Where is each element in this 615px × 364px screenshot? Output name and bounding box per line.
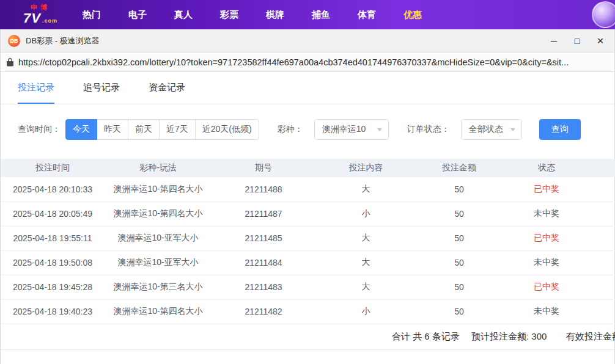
cell-bet-time: 2025-04-18 19:55:11 — [1, 226, 105, 250]
cell-bet-time: 2025-04-18 19:45:28 — [1, 275, 105, 299]
filter-bar: 查询时间： 今天 昨天 前天 近7天 近20天(低频) 彩种： 澳洲幸运10 订… — [18, 119, 614, 140]
col-issue: 期号 — [212, 159, 315, 177]
table-row: 2025-04-18 19:55:11 澳洲幸运10-亚军大小 21211485… — [1, 226, 615, 250]
titlebar-left: DB DB彩票 - 极速浏览器 — [8, 35, 100, 47]
user-avatar[interactable] — [592, 1, 615, 28]
screen: 申博 7V.com 热门 电子 真人 彩票 棋牌 捕鱼 体育 优惠 DB DB彩… — [0, 0, 615, 364]
cell-game: 澳洲幸运10-第四名大小 — [105, 299, 212, 324]
table-row: 2025-04-18 19:45:28 澳洲幸运10-第三名大小 2121148… — [1, 275, 615, 299]
cell-content: 大 — [315, 250, 416, 275]
db-app-icon: DB — [8, 35, 20, 47]
cell-game: 澳洲幸运10-亚军大小 — [105, 250, 212, 275]
cell-game: 澳洲幸运10-第四名大小 — [105, 177, 212, 202]
filter-today[interactable]: 今天 — [65, 119, 97, 140]
site-logo[interactable]: 申博 7V.com — [23, 4, 57, 25]
filter-yesterday[interactable]: 昨天 — [97, 119, 128, 140]
time-filter-group: 今天 昨天 前天 近7天 近20天(低频) — [65, 119, 259, 140]
query-button[interactable]: 查询 — [539, 119, 581, 140]
col-game: 彩种-玩法 — [105, 159, 212, 177]
browser-titlebar: DB DB彩票 - 极速浏览器 ─ □ × — [1, 29, 614, 53]
cell-bet-time: 2025-04-18 20:05:49 — [1, 202, 105, 226]
window-title: DB彩票 - 极速浏览器 — [26, 35, 100, 46]
order-status-label: 订单状态： — [407, 124, 450, 135]
cell-status: 未中奖 — [502, 299, 615, 324]
cell-bet-time: 2025-04-18 20:10:33 — [1, 177, 105, 202]
table-row: 2025-04-18 20:10:33 澳洲幸运10-第四名大小 2121148… — [1, 177, 615, 202]
lottery-select-label: 彩种： — [278, 124, 303, 135]
nav-item-hot[interactable]: 热门 — [78, 9, 105, 21]
lock-icon[interactable] — [7, 58, 13, 67]
cell-bet-time: 2025-04-18 19:40:23 — [1, 299, 105, 324]
tab-fund-records[interactable]: 资金记录 — [149, 72, 185, 104]
order-status-value: 全部状态 — [469, 124, 503, 135]
window-controls: ─ □ × — [542, 32, 612, 50]
filter-last20days[interactable]: 近20天(低频) — [195, 119, 259, 140]
cell-issue: 21211482 — [212, 299, 315, 324]
table-header-row: 投注时间 彩种-玩法 期号 投注内容 投注金额 状态 — [1, 159, 615, 177]
browser-window: DB DB彩票 - 极速浏览器 ─ □ × https://ctop02pcal… — [0, 29, 615, 364]
nav-item-fishing[interactable]: 捕鱼 — [308, 9, 334, 21]
minimize-button[interactable]: ─ — [542, 32, 565, 50]
chevron-down-icon — [377, 128, 382, 131]
col-bet-time: 投注时间 — [1, 159, 105, 177]
maximize-button[interactable]: □ — [565, 32, 589, 50]
tab-chase-records[interactable]: 追号记录 — [83, 72, 120, 104]
site-nav-menu: 热门 电子 真人 彩票 棋牌 捕鱼 体育 优惠 — [78, 9, 426, 21]
cell-amount: 50 — [416, 299, 502, 324]
record-tabs: 投注记录 追号记录 资金记录 — [1, 72, 614, 104]
order-status-select[interactable]: 全部状态 — [461, 119, 522, 140]
nav-item-cards[interactable]: 棋牌 — [262, 9, 289, 21]
lottery-select-value: 澳洲幸运10 — [322, 124, 366, 135]
logo-main-text: 7V.com — [23, 12, 57, 25]
tab-bet-records[interactable]: 投注记录 — [18, 72, 54, 104]
filter-day-before[interactable]: 前天 — [128, 119, 160, 140]
cell-game: 澳洲幸运10-亚军大小 — [105, 226, 212, 250]
url-text[interactable]: https://ctop02pcali.2kbxi392.com/lottery… — [18, 57, 569, 67]
cell-issue: 21211487 — [212, 202, 315, 226]
cell-game: 澳洲幸运10-第四名大小 — [105, 202, 212, 226]
table-row: 2025-04-18 19:50:08 澳洲幸运10-亚军大小 21211484… — [1, 250, 615, 275]
summary-valid-amount: 有效投注金额: 2 — [566, 331, 615, 343]
summary-expected-amount: 预计投注金额: 300 — [471, 331, 547, 343]
address-bar[interactable]: https://ctop02pcali.2kbxi392.com/lottery… — [1, 53, 614, 72]
col-content: 投注内容 — [315, 159, 416, 177]
cell-issue: 21211483 — [212, 275, 315, 299]
nav-item-sports[interactable]: 体育 — [353, 9, 380, 21]
cell-content: 小 — [315, 299, 416, 324]
cell-bet-time: 2025-04-18 19:50:08 — [1, 250, 105, 275]
nav-item-promos[interactable]: 优惠 — [399, 9, 426, 21]
cell-issue: 21211488 — [212, 177, 315, 202]
cell-content: 小 — [315, 202, 416, 226]
cell-amount: 50 — [416, 202, 502, 226]
page-content: 投注记录 追号记录 资金记录 查询时间： 今天 昨天 前天 近7天 近20天(低… — [1, 72, 614, 350]
cell-amount: 50 — [416, 177, 502, 202]
cell-status: 未中奖 — [502, 250, 615, 275]
cell-status: 已中奖 — [502, 177, 615, 202]
summary-total-count: 合计 共 6 条记录 — [392, 331, 460, 343]
cell-status: 未中奖 — [502, 202, 615, 226]
nav-item-live[interactable]: 真人 — [170, 9, 197, 21]
cell-amount: 50 — [416, 275, 502, 299]
table-row: 2025-04-18 20:05:49 澳洲幸运10-第四名大小 2121148… — [1, 202, 615, 226]
time-filter-label: 查询时间： — [18, 124, 61, 135]
col-amount: 投注金额 — [416, 159, 502, 177]
chevron-down-icon — [510, 128, 515, 131]
cell-issue: 21211485 — [212, 226, 315, 250]
cell-content: 大 — [315, 275, 416, 299]
col-status: 状态 — [502, 159, 615, 177]
nav-item-slots[interactable]: 电子 — [124, 9, 151, 21]
nav-item-lottery[interactable]: 彩票 — [216, 9, 243, 21]
filter-last7days[interactable]: 近7天 — [159, 119, 196, 140]
cell-amount: 50 — [416, 226, 502, 250]
cell-status: 已中奖 — [502, 226, 615, 250]
cell-issue: 21211484 — [212, 250, 315, 275]
bet-records-table: 投注时间 彩种-玩法 期号 投注内容 投注金额 状态 2025-04-18 20… — [1, 159, 615, 324]
cell-amount: 50 — [416, 250, 502, 275]
cell-game: 澳洲幸运10-第三名大小 — [105, 275, 212, 299]
cell-content: 大 — [315, 177, 416, 202]
lottery-select[interactable]: 澳洲幸运10 — [314, 119, 389, 140]
summary-bar: 合计 共 6 条记录 预计投注金额: 300 有效投注金额: 2 — [1, 324, 614, 350]
cell-status: 已中奖 — [502, 275, 615, 299]
cell-content: 大 — [315, 226, 416, 250]
close-button[interactable]: × — [589, 32, 612, 50]
